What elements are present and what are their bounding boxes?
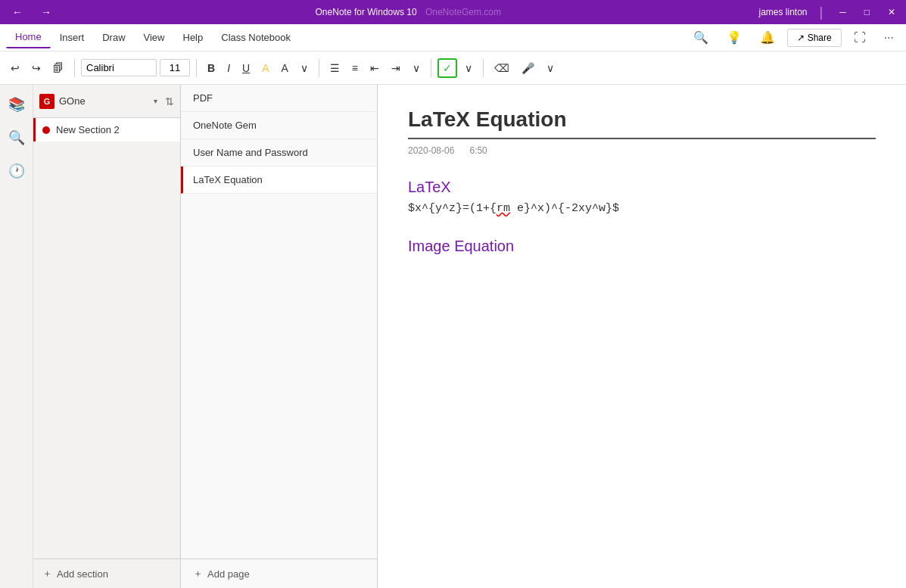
underline-button[interactable]: U [238,59,254,77]
watermark: OneNoteGem.com [425,7,501,17]
menu-insert[interactable]: Insert [51,27,94,48]
section-dot [42,126,50,134]
num-list-button[interactable]: ≡ [347,59,363,77]
lightbulb-icon-btn[interactable]: 💡 [721,27,748,48]
section-panel: G GOne ▾ ⇅ New Section 2 ＋ Add section [33,85,181,588]
notebook-header: G GOne ▾ ⇅ [33,85,180,118]
page-item-pdf[interactable]: PDF [181,85,377,112]
checkbox-button[interactable]: ✓ [437,58,457,78]
add-page-button[interactable]: ＋ Add page [181,558,377,588]
menu-class-notebook[interactable]: Class Notebook [212,27,300,48]
minimize-button[interactable]: ─ [835,5,851,19]
notebook-sort-icon[interactable]: ⇅ [165,95,174,107]
font-size-input[interactable] [160,59,190,76]
bullet-list-button[interactable]: ☰ [325,59,344,77]
increase-indent-button[interactable]: ⇥ [387,59,405,77]
add-section-icon: ＋ [42,567,52,580]
share-icon: ↗ [797,33,805,43]
page-time: 6:50 [469,145,487,156]
notebooks-icon-btn[interactable]: 📚 [3,91,30,118]
section-label: New Section 2 [56,124,120,135]
title-bar-controls: james linton | ─ □ ✕ [759,5,900,20]
toolbar-divider-1 [74,59,75,77]
redo-button[interactable]: ↪ [27,59,45,77]
toolbar-divider-5 [483,59,484,77]
add-section-button[interactable]: ＋ Add section [33,558,180,588]
maximize-button[interactable]: □ [860,5,874,19]
fullscreen-icon-btn[interactable]: ⛶ [848,28,872,48]
page-meta: 2020-08-06 6:50 [408,145,876,156]
page-date: 2020-08-06 [408,145,454,156]
mic-button[interactable]: 🎤 [517,59,539,77]
history-icon-btn[interactable]: 🕐 [3,157,30,185]
add-section-label: Add section [57,568,108,580]
close-button[interactable]: ✕ [883,5,900,19]
pages-panel: PDF OneNote Gem User Name and Password L… [181,85,378,588]
sidebar-icons: 📚 🔍 🕐 [0,85,33,588]
page-item-user-name-password[interactable]: User Name and Password [181,139,377,166]
toolbar-divider-4 [431,59,431,77]
add-page-icon: ＋ [193,567,203,580]
notebook-dropdown-icon[interactable]: ▾ [154,97,157,105]
menu-bar-right: 🔍 💡 🔔 ↗ Share ⛶ ··· [687,27,900,48]
share-label: Share [808,33,832,43]
add-page-label: Add page [207,568,250,580]
search-icon-btn[interactable]: 🔍 [687,27,715,48]
notebook-name: GOne [59,95,149,107]
undo-button[interactable]: ↩ [6,59,24,77]
italic-button[interactable]: I [223,59,235,77]
checkbox-dropdown-button[interactable]: ∨ [460,59,477,77]
page-item-latex-equation[interactable]: LaTeX Equation [181,166,377,194]
bell-icon-btn[interactable]: 🔔 [754,27,781,48]
menu-help[interactable]: Help [174,27,213,48]
back-button[interactable]: ← [6,3,29,21]
toolbar-divider-3 [319,59,319,77]
user-name: james linton [759,7,808,17]
bold-button[interactable]: B [203,59,219,77]
main-area: 📚 🔍 🕐 G GOne ▾ ⇅ New Section 2 ＋ Add sec… [0,85,906,588]
menu-view[interactable]: View [135,27,174,48]
notebook-icon: G [39,94,54,109]
title-bar: ← → OneNote for Windows 10 OneNoteGem.co… [0,0,906,24]
page-item-onenote-gem[interactable]: OneNote Gem [181,112,377,139]
clipboard-button[interactable]: 🗐 [48,59,68,77]
eraser-button[interactable]: ⌫ [490,59,514,77]
more-menu-btn[interactable]: ··· [878,28,900,48]
app-title: OneNote for Windows 10 OneNoteGem.com [58,7,759,17]
forward-button[interactable]: → [35,3,58,21]
section-item-new-section-2[interactable]: New Section 2 [33,118,180,142]
title-bar-nav: ← → [6,3,58,21]
font-name-input[interactable] [81,59,157,76]
highlight-button[interactable]: A [257,59,273,77]
menu-bar: Home Insert Draw View Help Class Noteboo… [0,24,906,51]
search-sidebar-icon-btn[interactable]: 🔍 [3,124,30,151]
more-format-button[interactable]: ∨ [296,59,313,77]
toolbar: ↩ ↪ 🗐 B I U A A ∨ ☰ ≡ ⇤ ⇥ ∨ ✓ ∨ ⌫ 🎤 ∨ [0,51,906,85]
image-equation-heading: Image Equation [408,238,876,255]
latex-heading: LaTeX [408,179,876,196]
more-toolbar-button[interactable]: ∨ [542,59,559,77]
menu-home[interactable]: Home [6,26,51,48]
content-area: LaTeX Equation 2020-08-06 6:50 LaTeX $x^… [378,85,906,588]
menu-draw[interactable]: Draw [93,27,134,48]
share-button[interactable]: ↗ Share [787,29,842,47]
latex-formula: $x^{y^z}=(1+{rm e}^x)^{-2xy^w}$ [408,202,876,215]
decrease-indent-button[interactable]: ⇤ [366,59,384,77]
font-color-button[interactable]: A [276,59,292,77]
page-title: LaTeX Equation [408,107,876,139]
more-para-button[interactable]: ∨ [408,59,425,77]
toolbar-divider-2 [196,59,197,77]
